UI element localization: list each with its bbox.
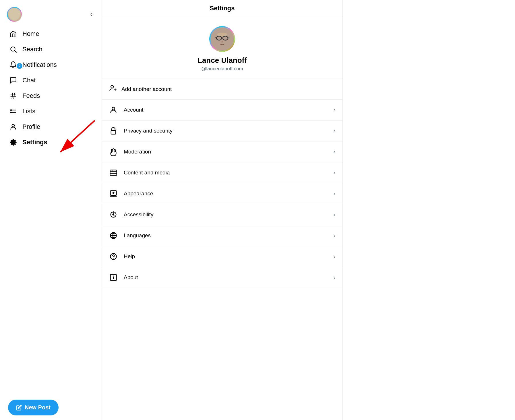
account-icon: [109, 105, 118, 114]
page-title: Settings: [108, 5, 337, 12]
back-button[interactable]: ‹: [88, 9, 95, 19]
sidebar-item-lists-label: Lists: [22, 108, 35, 115]
settings-item-languages-left: Languages: [109, 231, 151, 240]
settings-item-languages[interactable]: Languages ›: [102, 225, 342, 246]
svg-point-6: [11, 110, 11, 110]
settings-item-content-left: Content and media: [109, 168, 170, 177]
settings-item-moderation-label: Moderation: [124, 149, 151, 155]
settings-item-languages-label: Languages: [124, 232, 151, 239]
settings-item-about-label: About: [124, 274, 138, 281]
chevron-right-icon: ›: [334, 149, 336, 155]
svg-rect-24: [111, 131, 116, 134]
new-post-button[interactable]: New Post: [8, 400, 59, 415]
appearance-icon: [109, 189, 118, 198]
hand-icon: [109, 147, 118, 156]
sidebar-item-profile[interactable]: Profile: [5, 119, 97, 134]
sidebar-item-search[interactable]: Search: [5, 42, 97, 57]
hash-icon: [9, 92, 17, 100]
new-post-label: New Post: [25, 404, 51, 411]
profile-name: Lance Ulanoff: [198, 56, 247, 65]
svg-point-10: [12, 124, 15, 127]
chevron-right-icon: ›: [334, 254, 336, 260]
settings-item-appearance-label: Appearance: [124, 190, 153, 197]
settings-item-help[interactable]: Help ›: [102, 246, 342, 267]
settings-item-appearance-left: Appearance: [109, 189, 153, 198]
svg-line-1: [15, 51, 16, 52]
help-icon: [109, 252, 118, 261]
search-icon: [9, 45, 17, 53]
add-account-icon: [109, 84, 117, 94]
chevron-right-icon: ›: [334, 212, 336, 218]
sidebar-top: ‹: [3, 5, 98, 26]
languages-icon: [109, 231, 118, 240]
svg-point-20: [111, 85, 113, 88]
svg-point-19: [217, 33, 227, 36]
add-account-label: Add another account: [121, 86, 172, 92]
settings-list: Account › Privacy and security ›: [102, 100, 342, 288]
main-content: Settings: [102, 0, 343, 420]
chevron-right-icon: ›: [334, 275, 336, 281]
chat-icon: [9, 76, 17, 84]
sidebar-item-feeds-label: Feeds: [22, 92, 40, 100]
sidebar-item-notifications-label: Notifications: [22, 61, 57, 69]
svg-point-23: [112, 107, 115, 110]
settings-item-privacy-left: Privacy and security: [109, 126, 173, 135]
chevron-right-icon: ›: [334, 233, 336, 239]
sidebar-item-settings[interactable]: Settings: [5, 135, 97, 150]
profile-avatar[interactable]: [209, 26, 235, 52]
settings-item-moderation-left: Moderation: [109, 147, 151, 156]
settings-item-content-label: Content and media: [124, 170, 170, 176]
settings-item-account[interactable]: Account ›: [102, 100, 342, 120]
sidebar-item-chat[interactable]: Chat: [5, 73, 97, 88]
settings-item-accessibility-label: Accessibility: [124, 211, 153, 218]
sidebar-item-notifications[interactable]: 2 Notifications: [5, 57, 97, 72]
notification-badge: 2: [17, 63, 22, 69]
settings-item-accessibility[interactable]: Accessibility ›: [102, 204, 342, 225]
settings-item-about-left: About: [109, 273, 138, 282]
svg-line-4: [12, 93, 13, 99]
sidebar-item-feeds[interactable]: Feeds: [5, 88, 97, 103]
settings-item-accessibility-left: Accessibility: [109, 210, 153, 219]
about-icon: [109, 273, 118, 282]
settings-item-privacy-label: Privacy and security: [124, 128, 173, 134]
settings-item-account-label: Account: [124, 107, 144, 113]
sidebar-item-home[interactable]: Home: [5, 26, 97, 41]
chevron-right-icon: ›: [334, 107, 336, 113]
add-account-row[interactable]: Add another account: [102, 79, 342, 100]
sidebar: ‹ Home: [0, 0, 102, 420]
lists-icon: [9, 107, 17, 115]
sidebar-item-home-label: Home: [22, 30, 39, 38]
chevron-right-icon: ›: [334, 128, 336, 134]
svg-point-13: [210, 27, 234, 51]
profile-handle: @lanceulanoff.com: [201, 66, 243, 72]
sidebar-item-profile-label: Profile: [22, 123, 40, 131]
svg-line-5: [14, 93, 14, 99]
chevron-right-icon: ›: [334, 191, 336, 197]
new-post-icon: [16, 405, 22, 411]
settings-item-content[interactable]: Content and media ›: [102, 162, 342, 183]
settings-item-help-label: Help: [124, 253, 135, 260]
gear-icon: [9, 138, 17, 146]
sidebar-item-settings-label: Settings: [22, 139, 47, 146]
lock-icon: [109, 126, 118, 135]
user-avatar[interactable]: [7, 7, 22, 22]
settings-item-about[interactable]: About ›: [102, 267, 342, 288]
settings-item-appearance[interactable]: Appearance ›: [102, 183, 342, 204]
profile-section: Lance Ulanoff @lanceulanoff.com: [102, 17, 342, 79]
person-icon: [9, 123, 17, 131]
home-icon: [9, 30, 17, 38]
chevron-right-icon: ›: [334, 170, 336, 176]
svg-point-7: [11, 112, 11, 113]
settings-item-moderation[interactable]: Moderation ›: [102, 141, 342, 162]
media-icon: [109, 168, 118, 177]
nav-menu: Home Search 2: [3, 26, 98, 395]
accessibility-icon: [109, 210, 118, 219]
sidebar-item-lists[interactable]: Lists: [5, 104, 97, 119]
sidebar-item-search-label: Search: [22, 46, 42, 53]
settings-item-help-left: Help: [109, 252, 135, 261]
settings-item-account-left: Account: [109, 105, 144, 114]
main-header: Settings: [102, 0, 342, 17]
settings-item-privacy[interactable]: Privacy and security ›: [102, 120, 342, 141]
svg-rect-25: [110, 170, 117, 176]
bell-icon: 2: [9, 61, 17, 69]
